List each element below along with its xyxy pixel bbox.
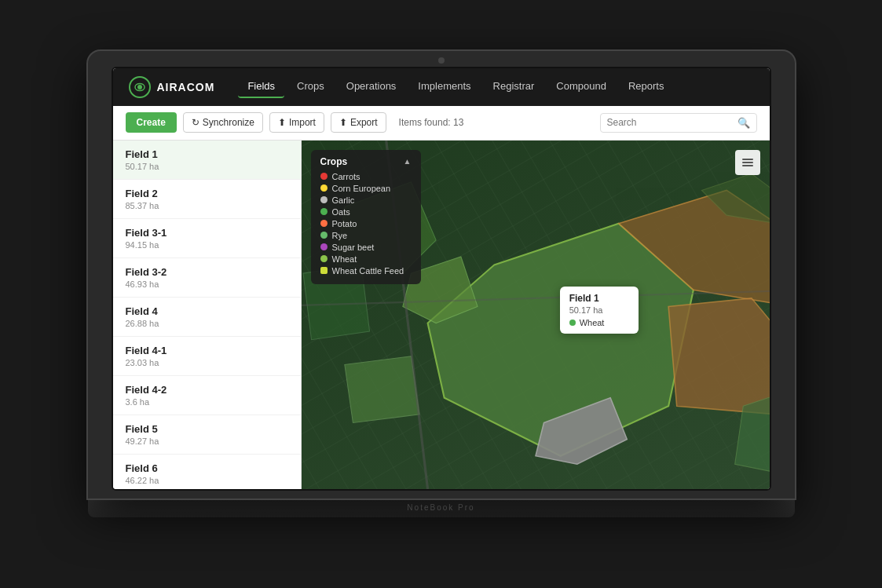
legend-dot-rye — [320, 232, 328, 239]
legend-dot-sugar-beet — [320, 243, 328, 250]
svg-marker-8 — [668, 298, 770, 414]
nav-item-crops[interactable]: Crops — [287, 75, 334, 98]
field-area: 23.03 ha — [126, 358, 288, 367]
map-canvas: Crops ▲ Carrots Corn European — [302, 141, 770, 489]
svg-point-1 — [137, 85, 142, 89]
laptop-camera — [438, 57, 445, 64]
field-name: Field 4 — [126, 305, 288, 317]
field-item-6[interactable]: Field 6 46.22 ha — [113, 455, 301, 489]
field-list: Field 1 50.17 ha Field 2 85.37 ha Field … — [113, 141, 302, 489]
legend-item-oats: Oats — [320, 207, 412, 217]
layers-button[interactable] — [735, 150, 760, 175]
legend-label-rye: Rye — [332, 231, 348, 240]
nav-item-operations[interactable]: Operations — [337, 75, 406, 98]
svg-rect-20 — [742, 159, 753, 160]
main-content: Field 1 50.17 ha Field 2 85.37 ha Field … — [113, 141, 770, 489]
svg-rect-18 — [742, 165, 753, 166]
field-area: 49.27 ha — [126, 436, 288, 446]
field-name: Field 3-1 — [126, 227, 288, 239]
field-area: 26.88 ha — [126, 319, 288, 328]
field-item-4-2[interactable]: Field 4-2 3.6 ha — [113, 376, 301, 415]
map-area[interactable]: Crops ▲ Carrots Corn European — [302, 141, 770, 489]
field-item-4-1[interactable]: Field 4-1 23.03 ha — [113, 337, 301, 376]
laptop-screen: AIRACOM Fields Crops Operations Implemen… — [112, 67, 771, 491]
field-item-3-1[interactable]: Field 3-1 94.15 ha — [113, 219, 301, 258]
nav-item-registrar[interactable]: Registrar — [484, 75, 544, 98]
tooltip-crop-label: Wheat — [580, 318, 605, 327]
legend-dot-carrots — [320, 173, 328, 180]
navbar: AIRACOM Fields Crops Operations Implemen… — [113, 68, 770, 106]
legend-label-oats: Oats — [332, 207, 350, 217]
nav-items: Fields Crops Operations Implements Regis… — [238, 75, 753, 98]
logo-text: AIRACOM — [157, 81, 215, 93]
field-name: Field 5 — [126, 423, 288, 435]
crops-legend: Crops ▲ Carrots Corn European — [311, 150, 421, 284]
nav-item-reports[interactable]: Reports — [619, 75, 674, 98]
tooltip-field-name: Field 1 — [569, 293, 629, 304]
sync-icon: ↻ — [192, 117, 199, 128]
legend-item-carrots: Carrots — [320, 172, 412, 181]
logo-area: AIRACOM — [129, 76, 215, 98]
field-area: 46.93 ha — [126, 279, 288, 289]
tooltip-field-area: 50.17 ha — [569, 305, 629, 315]
field-name: Field 3-2 — [126, 266, 288, 278]
legend-dot-wheat-cattle — [320, 267, 328, 274]
legend-dot-wheat — [320, 255, 328, 262]
legend-item-wheat: Wheat — [320, 254, 412, 264]
legend-item-rye: Rye — [320, 231, 412, 240]
nav-item-fields[interactable]: Fields — [238, 75, 284, 98]
legend-label-carrots: Carrots — [332, 172, 360, 181]
field-name: Field 2 — [126, 188, 288, 199]
search-icon: 🔍 — [737, 117, 750, 129]
legend-item-sugar-beet: Sugar beet — [320, 243, 412, 252]
svg-marker-14 — [344, 356, 419, 422]
create-button[interactable]: Create — [126, 112, 177, 133]
app-container: AIRACOM Fields Crops Operations Implemen… — [113, 68, 770, 489]
field-item-4[interactable]: Field 4 26.88 ha — [113, 298, 301, 337]
legend-dot-corn — [320, 184, 328, 192]
legend-label-corn: Corn European — [332, 184, 391, 193]
field-item-1[interactable]: Field 1 50.17 ha — [113, 141, 301, 180]
export-button[interactable]: ⬆ Export — [331, 112, 386, 133]
layers-icon — [741, 155, 755, 170]
field-area: 3.6 ha — [126, 397, 288, 407]
field-name: Field 1 — [126, 148, 288, 160]
field-item-3-2[interactable]: Field 3-2 46.93 ha — [113, 258, 301, 298]
field-item-2[interactable]: Field 2 85.37 ha — [113, 180, 301, 219]
laptop-base: NoteBook Pro — [88, 499, 795, 517]
legend-dot-garlic — [320, 196, 328, 203]
field-name: Field 6 — [126, 462, 288, 474]
laptop-body: AIRACOM Fields Crops Operations Implemen… — [88, 51, 795, 499]
laptop-model-label: NoteBook Pro — [407, 503, 474, 512]
tooltip-crop-dot — [569, 320, 576, 326]
search-box: 🔍 — [600, 113, 757, 133]
field-area: 94.15 ha — [126, 240, 288, 250]
search-input[interactable] — [607, 117, 733, 128]
legend-item-corn: Corn European — [320, 184, 412, 193]
legend-header: Crops ▲ — [320, 156, 412, 167]
legend-label-wheat-cattle: Wheat Cattle Feed — [332, 266, 404, 276]
import-button[interactable]: ⬆ Import — [269, 112, 324, 133]
tooltip-crop: Wheat — [569, 318, 629, 327]
legend-label-wheat: Wheat — [332, 254, 357, 264]
field-item-5[interactable]: Field 5 49.27 ha — [113, 415, 301, 455]
field-area: 50.17 ha — [126, 162, 288, 171]
field-area: 46.22 ha — [126, 476, 288, 485]
import-icon: ⬆ — [278, 117, 286, 128]
nav-item-compound[interactable]: Compound — [547, 75, 616, 98]
legend-label-sugar-beet: Sugar beet — [332, 243, 375, 252]
field-area: 85.37 ha — [126, 201, 288, 210]
logo-icon — [129, 76, 151, 98]
legend-label-potato: Potato — [332, 219, 357, 228]
field-name: Field 4-1 — [126, 345, 288, 356]
legend-dot-oats — [320, 208, 328, 215]
field-tooltip: Field 1 50.17 ha Wheat — [560, 287, 639, 334]
toolbar: Create ↻ Synchronize ⬆ Import ⬆ Export I… — [113, 106, 770, 141]
legend-label-garlic: Garlic — [332, 195, 355, 205]
synchronize-button[interactable]: ↻ Synchronize — [183, 112, 263, 133]
items-found-label: Items found: 13 — [399, 117, 594, 128]
legend-collapse-icon[interactable]: ▲ — [404, 157, 412, 166]
legend-item-wheat-cattle: Wheat Cattle Feed — [320, 266, 412, 276]
nav-item-implements[interactable]: Implements — [408, 75, 480, 98]
field-name: Field 4-2 — [126, 384, 288, 396]
